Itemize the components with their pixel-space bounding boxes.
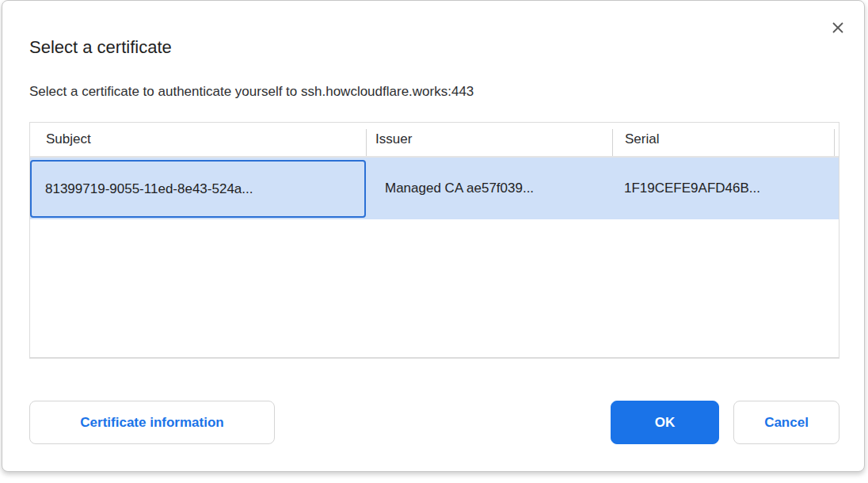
cell-subject[interactable]: 81399719-9055-11ed-8e43-524a...	[30, 160, 366, 218]
cancel-button[interactable]: Cancel	[733, 401, 839, 444]
cell-issuer[interactable]: Managed CA ae57f039...	[366, 158, 612, 219]
dialog-subtitle: Select a certificate to authenticate you…	[29, 83, 839, 101]
table-header: Subject Issuer Serial	[30, 123, 839, 158]
dialog-button-bar: Certificate information OK Cancel	[29, 401, 839, 444]
certificate-information-button[interactable]: Certificate information	[29, 401, 275, 444]
column-header-serial: Serial	[612, 123, 834, 156]
column-header-scrollbar-gutter	[834, 123, 839, 156]
column-header-issuer: Issuer	[366, 123, 612, 156]
certificate-row-selected[interactable]: 81399719-9055-11ed-8e43-524a... Managed …	[30, 158, 839, 219]
dialog-title: Select a certificate	[29, 1, 839, 59]
dialog-content: Select a certificate Select a certificat…	[2, 1, 864, 471]
close-icon	[830, 20, 846, 38]
column-header-subject: Subject	[30, 123, 366, 156]
certificate-select-dialog: Select a certificate Select a certificat…	[2, 0, 865, 472]
ok-button[interactable]: OK	[611, 401, 719, 444]
close-button[interactable]	[828, 18, 848, 39]
cell-serial[interactable]: 1F19CEFE9AFD46B...	[612, 158, 834, 219]
certificate-table: Subject Issuer Serial 81399719-9055-11ed…	[29, 122, 839, 359]
